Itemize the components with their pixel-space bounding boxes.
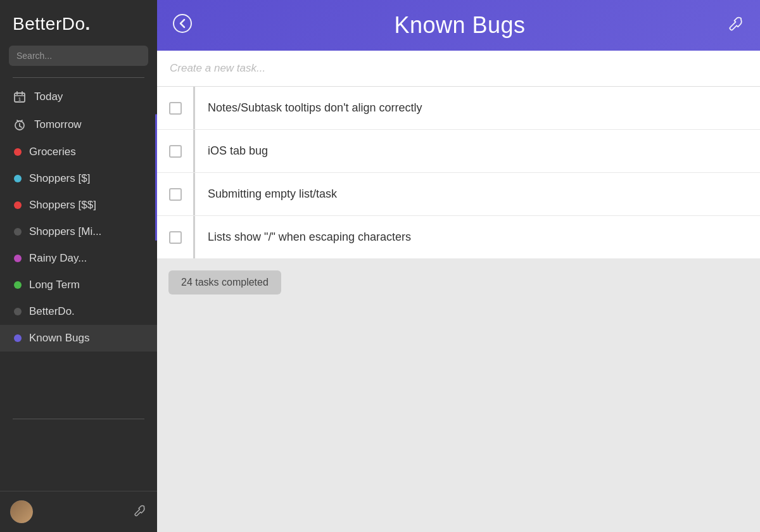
task-checkbox-area-3[interactable] — [157, 173, 195, 215]
list-title: Known Bugs — [394, 12, 525, 39]
task-checkbox-4[interactable] — [169, 231, 182, 244]
today-icon: 1 — [13, 90, 27, 104]
sidebar-item-knownbugs-label: Known Bugs — [29, 332, 89, 345]
sidebar-item-betterdo-label: BetterDo. — [29, 305, 75, 318]
settings-button[interactable] — [727, 15, 745, 37]
longterm-dot — [14, 281, 22, 289]
task-row: Notes/Subtask tooltips don't align corre… — [157, 87, 760, 130]
groceries-dot — [14, 148, 22, 156]
header: Known Bugs — [157, 0, 760, 51]
sidebar-item-longterm-label: Long Term — [29, 279, 80, 291]
search-input[interactable] — [9, 46, 148, 66]
sidebar-item-groceries[interactable]: Groceries — [0, 139, 157, 165]
svg-point-10 — [174, 15, 191, 32]
sidebar-item-shoppers1-label: Shoppers [$] — [29, 172, 90, 185]
back-button[interactable] — [172, 13, 193, 38]
main-panel: Known Bugs Notes/Subtask tooltips don't … — [157, 0, 760, 532]
sidebar-item-today[interactable]: 1 Today — [0, 83, 157, 111]
sidebar-item-betterdo[interactable]: BetterDo. — [0, 298, 157, 325]
user-avatar[interactable] — [10, 500, 33, 523]
sidebar-item-shoppers3-label: Shoppers [Mi... — [29, 225, 101, 238]
shoppers2-dot — [14, 201, 22, 209]
sidebar-item-tomorrow[interactable]: Tomorrow — [0, 111, 157, 139]
sidebar-settings-icon[interactable] — [133, 504, 147, 521]
sidebar-bottom-bar — [0, 491, 157, 532]
task-row: Submitting empty list/task — [157, 173, 760, 216]
task-label-4: Lists show "/" when escaping characters — [195, 219, 760, 255]
sidebar-item-shoppers2-label: Shoppers [$$] — [29, 199, 96, 212]
shoppers1-dot — [14, 175, 22, 182]
sidebar-item-shoppers1[interactable]: Shoppers [$] — [0, 165, 157, 192]
sidebar-item-shoppers2[interactable]: Shoppers [$$] — [0, 192, 157, 218]
sidebar-item-rainyday[interactable]: Rainy Day... — [0, 245, 157, 272]
task-checkbox-2[interactable] — [169, 145, 182, 158]
task-row: iOS tab bug — [157, 130, 760, 173]
new-task-input[interactable] — [157, 51, 760, 87]
task-checkbox-3[interactable] — [169, 188, 182, 201]
task-checkbox-area-1[interactable] — [157, 87, 195, 129]
rainyday-dot — [14, 255, 22, 262]
completed-tasks-badge[interactable]: 24 tasks completed — [168, 270, 281, 294]
sidebar-item-knownbugs[interactable]: Known Bugs — [0, 325, 157, 352]
sidebar-item-rainyday-label: Rainy Day... — [29, 252, 87, 265]
svg-line-7 — [20, 126, 22, 127]
sidebar: BetterDo. 1 Today — [0, 0, 157, 532]
task-checkbox-area-4[interactable] — [157, 216, 195, 258]
sidebar-item-tomorrow-label: Tomorrow — [34, 118, 82, 131]
sidebar-item-groceries-label: Groceries — [29, 146, 76, 158]
betterdo-dot — [14, 308, 22, 315]
task-label-3: Submitting empty list/task — [195, 176, 760, 212]
task-checkbox-area-2[interactable] — [157, 130, 195, 172]
task-label-1: Notes/Subtask tooltips don't align corre… — [195, 90, 760, 126]
shoppers3-dot — [14, 228, 22, 236]
app-logo: BetterDo. — [0, 0, 157, 46]
tomorrow-icon — [13, 118, 27, 132]
sidebar-item-longterm[interactable]: Long Term — [0, 272, 157, 298]
knownbugs-dot — [14, 334, 22, 342]
task-label-2: iOS tab bug — [195, 133, 760, 169]
svg-text:1: 1 — [18, 97, 21, 101]
task-row: Lists show "/" when escaping characters — [157, 216, 760, 259]
sidebar-item-today-label: Today — [34, 91, 63, 103]
task-area: Notes/Subtask tooltips don't align corre… — [157, 51, 760, 532]
task-checkbox-1[interactable] — [169, 102, 182, 115]
sidebar-item-shoppers3[interactable]: Shoppers [Mi... — [0, 218, 157, 245]
sidebar-divider — [13, 77, 144, 78]
